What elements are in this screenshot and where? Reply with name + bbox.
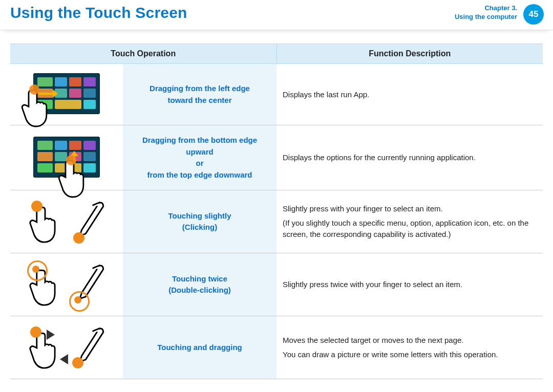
chapter-line-2: Using the computer (455, 13, 517, 21)
operation-line: from the top edge downward (147, 170, 252, 179)
gesture-icon-cell (10, 190, 123, 253)
operation-line: Touching slightly (168, 211, 231, 220)
operation-line: Touching twice (172, 274, 227, 283)
tablet-bottom-swipe-icon (33, 137, 100, 179)
operation-cell: Touching twice (Double-clicking) (123, 253, 276, 316)
description-cell: Displays the options for the currently r… (276, 125, 543, 190)
operation-line: Dragging from the bottom edge (142, 136, 257, 144)
operation-line: Dragging from the left edge (150, 84, 250, 93)
description-text: You can draw a picture or write some let… (283, 349, 537, 360)
tap-single-icon (16, 200, 117, 244)
table-row: Touching slightly (Clicking) Slightly pr… (10, 190, 543, 253)
tap-double-icon (16, 263, 117, 307)
header-bar: Using the Touch Screen Chapter 3. Using … (0, 0, 553, 30)
operation-cell: Touching slightly (Clicking) (123, 190, 276, 253)
description-text: (If you slightly touch a specific menu, … (283, 217, 537, 240)
operation-line: upward (186, 147, 213, 156)
description-cell: Slightly press with your finger to selec… (276, 190, 543, 253)
operation-line: Touching and dragging (157, 343, 242, 352)
description-text: Slightly press twice with your finger to… (283, 279, 537, 290)
operation-line: or (196, 159, 204, 167)
description-text: Displays the options for the currently r… (283, 152, 537, 163)
table-row: Touching twice (Double-clicking) Slightl… (10, 253, 543, 316)
description-text: Slightly press with your finger to selec… (283, 203, 537, 214)
operation-line: (Clicking) (182, 223, 217, 231)
description-text: Moves the selected target or moves to th… (283, 335, 537, 346)
touch-operations-table: Touch Operation Function Description (10, 43, 543, 379)
page-number-badge: 45 (523, 4, 544, 25)
operation-line: (Double-clicking) (168, 286, 231, 294)
gesture-icon-cell (10, 64, 123, 125)
gesture-icon-cell (10, 316, 123, 379)
description-cell: Slightly press twice with your finger to… (276, 253, 543, 316)
operation-cell: Dragging from the left edge toward the c… (123, 64, 276, 125)
col-header-operation: Touch Operation (10, 44, 276, 64)
description-cell: Displays the last run App. (276, 64, 543, 125)
gesture-icon-cell (10, 253, 123, 316)
hand-icon (27, 263, 63, 307)
description-cell: Moves the selected target or moves to th… (276, 316, 543, 379)
stylus-icon (70, 200, 106, 244)
chapter-line-1: Chapter 3. (455, 4, 517, 13)
operation-cell: Dragging from the bottom edge upward or … (123, 125, 276, 190)
description-text: Displays the last run App. (283, 89, 537, 100)
page-title: Using the Touch Screen (10, 4, 187, 21)
stylus-icon (70, 325, 106, 369)
hand-icon (27, 325, 63, 369)
operation-line: toward the center (167, 96, 231, 104)
table-row: Dragging from the bottom edge upward or … (10, 125, 543, 190)
table-row: Dragging from the left edge toward the c… (10, 64, 543, 125)
gesture-icon-cell (10, 125, 123, 190)
stylus-icon (70, 263, 106, 307)
operation-cell: Touching and dragging (123, 316, 276, 379)
col-header-description: Function Description (276, 44, 543, 64)
tap-drag-icon (16, 325, 117, 369)
table-row: Touching and dragging Moves the selected… (10, 316, 543, 379)
tablet-left-swipe-icon (33, 73, 100, 116)
chapter-info: Chapter 3. Using the computer (455, 4, 517, 21)
hand-icon (27, 200, 63, 244)
